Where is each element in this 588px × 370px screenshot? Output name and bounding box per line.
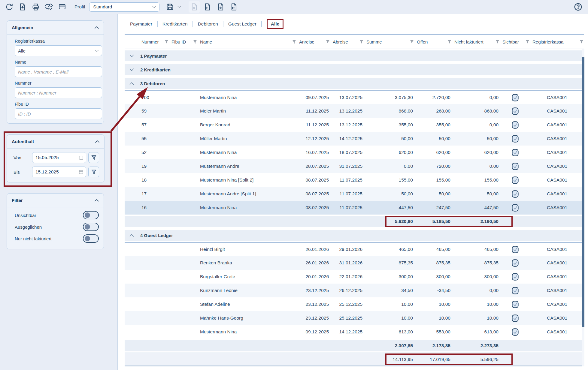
group-expand-chevron-down-icon[interactable] (129, 68, 134, 71)
tab-paymaster[interactable]: Paymaster (130, 21, 152, 27)
group-row-4-guest-ledger[interactable]: 4 Guest Ledger (125, 228, 584, 242)
sichtbar-checkbox[interactable] (512, 287, 519, 294)
scrollbar-thumb[interactable] (582, 57, 584, 327)
panel-aufenthalt-header[interactable]: Aufenthalt (7, 135, 104, 149)
table-row[interactable]: 200Mustermann Nina09.07.202513.07.20253.… (125, 90, 584, 104)
export-profile-button[interactable] (215, 1, 226, 13)
nummer-input[interactable] (15, 87, 102, 98)
sichtbar-checkbox[interactable] (512, 204, 519, 212)
group-collapse-chevron-up-icon[interactable] (129, 234, 134, 237)
sichtbar-checkbox[interactable] (512, 190, 519, 198)
cash-register-button[interactable] (56, 1, 68, 13)
column-filter-icon[interactable] (580, 40, 583, 44)
toggle-switch-off[interactable] (83, 234, 99, 243)
collapse-chevron-up-icon[interactable] (95, 26, 99, 29)
panel-allgemein-header[interactable]: Allgemein (7, 21, 104, 35)
table-row[interactable]: 17Mustermann Andre [Split 1]08.07.202511… (125, 187, 584, 201)
von-filter-button[interactable] (88, 152, 99, 163)
sichtbar-checkbox[interactable] (512, 273, 519, 281)
panel-filter-header[interactable]: Filter (7, 194, 104, 207)
sichtbar-checkbox[interactable] (512, 121, 519, 129)
column-filter-icon[interactable] (165, 40, 168, 44)
column-filter-icon[interactable] (193, 40, 197, 44)
table-row[interactable]: 55Müller Martin12.12.202514.12.202550,00… (125, 132, 584, 146)
collapse-chevron-up-icon[interactable] (95, 199, 99, 202)
table-row[interactable]: 16Mustermann Nina08.07.202511.07.2025447… (125, 201, 584, 215)
column-header-sichtbar[interactable]: Sichtbar (500, 35, 530, 49)
column-filter-icon[interactable] (447, 40, 451, 44)
sichtbar-checkbox[interactable] (512, 301, 519, 308)
von-date-field[interactable] (32, 152, 86, 163)
calendar-icon[interactable] (79, 170, 83, 174)
save-profile-button[interactable] (164, 1, 176, 13)
column-header-anreise[interactable]: Anreise (297, 35, 330, 49)
column-header-nummer[interactable]: Nummer (139, 35, 169, 49)
sichtbar-checkbox[interactable] (512, 314, 519, 322)
sichtbar-checkbox[interactable] (512, 107, 519, 115)
tab-guest-ledger[interactable]: Guest Ledger (228, 21, 256, 27)
new-profile-button[interactable] (202, 1, 213, 13)
column-filter-icon[interactable] (526, 40, 529, 44)
von-date-input[interactable] (35, 155, 71, 160)
table-row[interactable]: 18Mustermann Nina [Split 2]08.07.202511.… (125, 173, 584, 187)
sichtbar-checkbox[interactable] (512, 94, 519, 101)
group-collapse-chevron-up-icon[interactable] (129, 82, 134, 85)
column-filter-icon[interactable] (410, 40, 414, 44)
column-filter-icon[interactable] (292, 40, 296, 44)
column-header-name[interactable]: Name (198, 35, 297, 49)
table-row[interactable]: Stefan Adeline23.12.202525.12.202510,001… (125, 297, 584, 311)
download-report-button[interactable] (17, 1, 28, 13)
print-button[interactable] (30, 1, 41, 13)
column-filter-icon[interactable] (496, 40, 499, 44)
refresh-button[interactable] (4, 1, 15, 13)
import-profile-button[interactable] (228, 1, 240, 13)
table-row[interactable]: Heinzl Birgit26.01.202629.01.2026465,004… (125, 242, 584, 256)
sichtbar-checkbox[interactable] (512, 328, 519, 336)
calendar-icon[interactable] (79, 155, 83, 160)
tab-kreditkarten[interactable]: Kreditkarten (162, 21, 188, 27)
column-filter-icon[interactable] (326, 40, 330, 44)
table-row[interactable]: Renken Branka26.01.202631.01.2026875,358… (125, 256, 584, 270)
sichtbar-checkbox[interactable] (512, 246, 519, 253)
table-row[interactable]: 19Mustermann Andre28.07.202531.07.20250,… (125, 159, 584, 173)
tab-alle[interactable]: Alle (271, 21, 279, 27)
group-row-1-paymaster[interactable]: 1 Paymaster (125, 49, 584, 63)
table-row[interactable]: 59Meier Martin11.12.202513.12.2025868,00… (125, 104, 584, 118)
group-row-3-debitoren[interactable]: 3 Debitoren (125, 77, 584, 90)
name-input[interactable] (15, 66, 102, 77)
profile-select[interactable]: Standard (89, 2, 159, 12)
tab-debitoren[interactable]: Debitoren (198, 21, 218, 27)
sichtbar-checkbox[interactable] (512, 149, 519, 156)
column-header-abreise[interactable]: Abreise (330, 35, 364, 49)
sichtbar-checkbox[interactable] (512, 135, 519, 143)
bis-filter-button[interactable] (88, 167, 99, 177)
sichtbar-checkbox[interactable] (512, 259, 519, 267)
vertical-scrollbar[interactable] (582, 49, 584, 366)
collapse-chevron-up-icon[interactable] (95, 140, 99, 143)
bis-date-input[interactable] (35, 169, 71, 175)
column-header-offen[interactable]: Offen (414, 35, 452, 49)
save-options-chevron-icon[interactable] (177, 6, 181, 8)
toggle-switch-off[interactable] (83, 223, 99, 231)
help-button[interactable] (572, 1, 584, 13)
group-expand-chevron-down-icon[interactable] (129, 54, 134, 58)
settlement-button[interactable] (43, 1, 55, 13)
registrierkassa-select[interactable]: Alle (15, 45, 102, 56)
table-row[interactable]: 52Mustermann Nina16.07.202518.07.2025620… (125, 146, 584, 159)
table-row[interactable]: Burgstaller Grete20.01.202622.01.2026300… (125, 270, 584, 284)
table-row[interactable]: 57Berger Konrad11.12.202513.12.2025355,0… (125, 118, 584, 132)
table-row[interactable]: Mahnke Hans-Georg23.12.202525.12.202510,… (125, 311, 584, 325)
sichtbar-checkbox[interactable] (512, 163, 519, 170)
table-row[interactable]: Kunzmann Leonie23.12.202526.12.202534,50… (125, 284, 584, 297)
column-filter-icon[interactable] (359, 40, 363, 44)
bis-date-field[interactable] (32, 167, 86, 177)
toggle-switch-off[interactable] (83, 211, 99, 219)
table-row[interactable]: Mustermann Nina09.12.202514.12.2025613,0… (125, 325, 584, 339)
sichtbar-checkbox[interactable] (512, 176, 519, 184)
column-header-nicht-fakturiert[interactable]: Nicht fakturiert (452, 35, 500, 49)
column-header-summe[interactable]: Summe (364, 35, 414, 49)
group-row-2-kreditkarten[interactable]: 2 Kreditkarten (125, 63, 584, 77)
column-header-fibu-id[interactable]: Fibu ID (169, 35, 198, 49)
fibu-id-input[interactable] (15, 108, 102, 119)
column-header-registrierkassa[interactable]: Registrierkassa (530, 35, 584, 49)
